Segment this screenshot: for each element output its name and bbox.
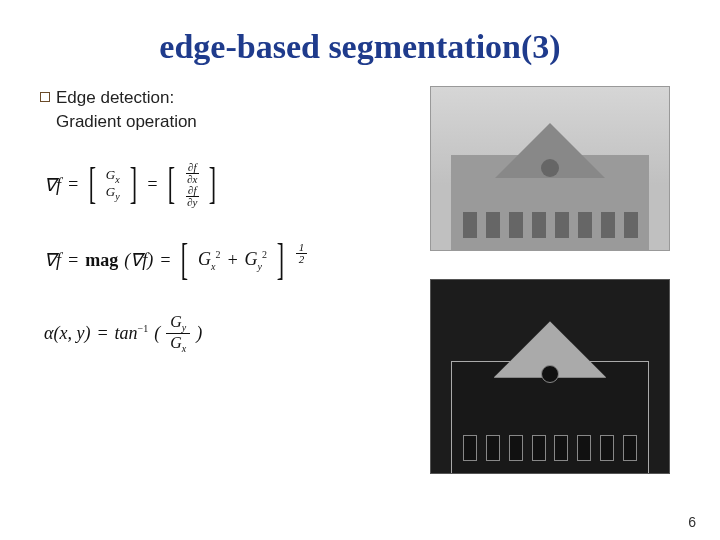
nabla-f-2: ∇f [44, 249, 61, 271]
plus: + [226, 250, 238, 271]
gx-sq: Gx2 [198, 249, 220, 272]
formula-block: ∇f = [ Gx Gy ] = [ ∂f ∂x [40, 162, 410, 354]
tan: tan−1 [115, 323, 149, 344]
bullet-line2: Gradient operation [56, 112, 197, 131]
equals-4: = [159, 250, 171, 271]
equals-3: = [67, 250, 79, 271]
lbracket3-icon: [ [181, 247, 188, 273]
lbracket2-icon: [ [168, 171, 175, 197]
formula-gradient-angle: α(x, y) = tan−1 ( Gy Gx ) [44, 313, 410, 354]
bullet-text: Edge detection: Gradient operation [56, 86, 197, 134]
formula-gradient-vector: ∇f = [ Gx Gy ] = [ ∂f ∂x [44, 162, 410, 208]
gy-over-gx: Gy Gx [166, 313, 190, 354]
photo-building-grayscale [430, 86, 670, 251]
dfdx: ∂f ∂x [185, 162, 199, 185]
equals: = [67, 174, 79, 195]
exponent-half: 1 2 [296, 242, 308, 265]
photo-building-edges [430, 279, 670, 474]
dfdy: ∂f ∂y [185, 185, 199, 208]
mag-arg: (∇f) [124, 249, 153, 271]
equals-5: = [96, 323, 108, 344]
slide-title: edge-based segmentation(3) [40, 28, 680, 66]
mag-fn: mag [85, 250, 118, 271]
vector-partials: ∂f ∂x ∂f ∂y [185, 162, 199, 208]
vector-Gx-Gy: Gx Gy [106, 168, 120, 201]
equals-2: = [146, 174, 158, 195]
lbracket-icon: [ [89, 171, 96, 197]
rbracket2-icon: ] [209, 171, 216, 197]
right-column [430, 86, 680, 474]
formula-gradient-magnitude: ∇f = mag(∇f) = [ Gx2 + Gy2 ] 1 2 [44, 242, 410, 279]
left-column: Edge detection: Gradient operation ∇f = … [40, 86, 420, 474]
page-number: 6 [688, 514, 696, 530]
bullet-item: Edge detection: Gradient operation [40, 86, 410, 134]
nabla-f: ∇f [44, 174, 61, 196]
alpha-lhs: α(x, y) [44, 323, 90, 344]
slide-body: Edge detection: Gradient operation ∇f = … [40, 86, 680, 474]
bullet-line1: Edge detection: [56, 88, 174, 107]
close-paren: ) [196, 323, 202, 344]
open-paren: ( [154, 323, 160, 344]
bullet-square-icon [40, 92, 50, 102]
slide: edge-based segmentation(3) Edge detectio… [0, 0, 720, 540]
rbracket3-icon: ] [277, 247, 284, 273]
gy-sq: Gy2 [245, 249, 267, 272]
rbracket-icon: ] [129, 171, 136, 197]
